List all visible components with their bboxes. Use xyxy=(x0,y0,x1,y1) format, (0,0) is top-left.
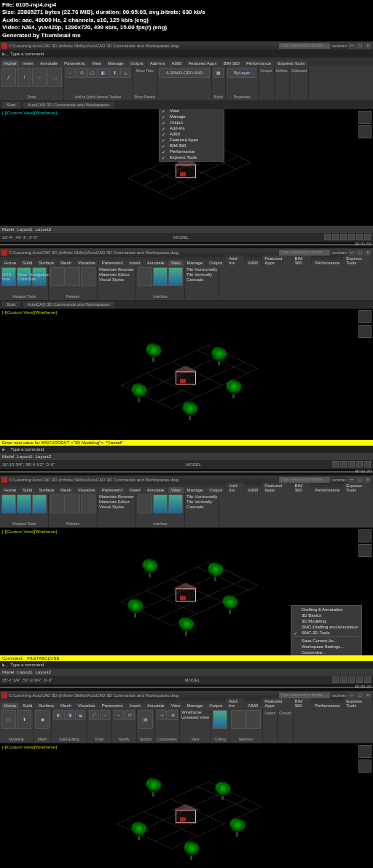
ribbon-tab-manage[interactable]: Manage xyxy=(105,60,127,66)
layout2-tab[interactable]: Layout2 xyxy=(36,227,51,232)
tile-v[interactable]: Tile Vertically xyxy=(186,272,212,277)
statmodel[interactable]: MODEL xyxy=(173,235,189,240)
menu-item-a360[interactable]: A360 xyxy=(160,131,224,137)
min-button[interactable]: ─ xyxy=(348,250,356,256)
mod-btn[interactable]: ↔ xyxy=(66,68,76,78)
layer-combo[interactable]: A-30MD-GROUND xyxy=(159,68,210,78)
ribbon-tab-home[interactable]: Home xyxy=(1,260,19,266)
ribbon-tab-output[interactable]: Output xyxy=(206,487,225,493)
min-button[interactable]: ─ xyxy=(348,693,356,698)
ribbon-tab-manage[interactable]: Manage xyxy=(184,487,206,493)
viewcube[interactable] xyxy=(358,745,372,758)
ribbon-tab-bim-360[interactable]: BIM 360 xyxy=(292,698,311,709)
viewport-label[interactable]: [-][Custom View][Wireframe] xyxy=(2,310,57,315)
vis-styles[interactable]: Visual Styles xyxy=(99,277,124,282)
model-tab[interactable]: Model xyxy=(2,670,14,674)
s1[interactable] xyxy=(332,461,339,467)
ribbon-tab-surface[interactable]: Surface xyxy=(36,703,57,709)
ssm-btn[interactable] xyxy=(81,494,95,513)
ribbon-tab-a360[interactable]: A360 xyxy=(245,487,261,493)
layout2-tab[interactable]: Layout2 xyxy=(36,670,51,674)
vis-styles[interactable]: Visual Styles xyxy=(99,505,124,509)
max-button[interactable]: □ xyxy=(356,43,364,49)
ribbon-tab-output[interactable]: Output xyxy=(206,260,225,266)
ribbon-tab-solid[interactable]: Solid xyxy=(20,487,35,493)
ribbon-tab-express-tools[interactable]: Express Tools xyxy=(343,256,372,266)
ribbon-tab-insert[interactable]: Insert xyxy=(127,487,144,493)
ribbon-tab-insert[interactable]: Insert xyxy=(127,703,144,709)
coord-btn[interactable]: ⊕ xyxy=(168,710,178,720)
s5[interactable] xyxy=(364,461,371,467)
mat-browser[interactable]: Materials Browser xyxy=(99,494,134,499)
cmd-input[interactable]: Type a command xyxy=(10,52,44,56)
max-button[interactable]: □ xyxy=(356,250,364,256)
search-input[interactable]: Type a keyword or phrase xyxy=(279,477,330,483)
sebtn[interactable]: ◒ xyxy=(75,710,85,720)
viewcube[interactable] xyxy=(358,111,372,124)
ribbon-tab-manage[interactable]: Manage xyxy=(184,703,206,709)
ribbon-tab-add-ins[interactable]: Add-Ins xyxy=(226,698,244,709)
ws-item-save-current-as-[interactable]: Save Current As... xyxy=(291,638,361,644)
viewcube[interactable] xyxy=(358,529,372,542)
tile-h[interactable]: Tile Horizontally xyxy=(186,267,217,272)
ribbon-tab-parametric[interactable]: Parametric xyxy=(61,60,88,66)
show-tabs[interactable]: Show Tabs xyxy=(134,68,155,73)
ribbon-tab-mesh[interactable]: Mesh xyxy=(58,703,74,709)
navbar[interactable] xyxy=(358,760,372,773)
ribbon-tab-home[interactable]: Home xyxy=(1,60,19,66)
tile-h[interactable]: Tile Horizontally xyxy=(186,494,217,499)
user-label[interactable]: iucshan xyxy=(331,693,347,698)
navbar[interactable] xyxy=(358,325,372,338)
mod-btn[interactable]: ◧ xyxy=(98,68,109,78)
ribbon-tab-featured-apps[interactable]: Featured Apps xyxy=(262,256,291,266)
ribbon-tab-express-tools[interactable]: Express Tools xyxy=(343,698,372,709)
section-btn[interactable]: ▤ xyxy=(138,710,153,729)
ribbon-tab-featured-apps[interactable]: Featured Apps xyxy=(185,60,219,66)
sebtn[interactable]: ◑ xyxy=(64,710,74,720)
ribbon-tab-surface[interactable]: Surface xyxy=(36,260,57,266)
box-btn[interactable]: ▢ xyxy=(1,710,16,729)
block-btn[interactable]: ▦ xyxy=(213,68,224,78)
layout1-tab[interactable]: Layout1 xyxy=(17,670,32,674)
viewcube-btn[interactable] xyxy=(17,494,31,513)
statmodel[interactable]: MODEL xyxy=(184,678,200,682)
menu-item-performance[interactable]: Performance xyxy=(160,149,224,154)
ribbon-tab-bim-360[interactable]: BIM 360 xyxy=(220,60,242,66)
tile-v[interactable]: Tile Vertically xyxy=(186,500,212,504)
tabs-context-menu[interactable]: HomeInsertAnnotateParametric3D ToolsVisu… xyxy=(159,109,224,162)
menu-item-output[interactable]: Output xyxy=(160,119,224,125)
bylayer[interactable]: ByLayer xyxy=(227,68,256,78)
user-label[interactable]: iucshan xyxy=(331,250,347,255)
wireframe-combo[interactable]: Wireframe xyxy=(181,710,209,714)
ribbon-tab-output[interactable]: Output xyxy=(206,703,225,709)
mod-btn[interactable]: △ xyxy=(120,68,130,78)
layout1-tab[interactable]: Layout1 xyxy=(17,454,32,459)
ribbon-tab-featured-apps[interactable]: Featured Apps xyxy=(262,483,291,493)
s1[interactable] xyxy=(324,234,331,240)
ribbon-tab-output[interactable]: Output xyxy=(127,60,146,66)
ucs-icon-btn[interactable]: UCS Icon xyxy=(1,267,16,286)
mod-btn[interactable]: ⬍ xyxy=(109,68,119,78)
mat-browser[interactable]: Materials Browser xyxy=(99,267,134,272)
ribbon-tab-featured-apps[interactable]: Featured Apps xyxy=(262,698,291,709)
ribbon-tab-surface[interactable]: Surface xyxy=(36,487,57,493)
s5[interactable] xyxy=(364,676,371,683)
ws-item-3d-basics[interactable]: 3D Basics xyxy=(291,612,361,618)
ribbon-tab-performance[interactable]: Performance xyxy=(312,260,342,266)
modbtn[interactable]: ↔ xyxy=(114,710,124,720)
ws-item-customize-[interactable]: Customize... xyxy=(291,650,361,655)
mod-btn[interactable]: ⊙ xyxy=(76,68,87,78)
ribbon-tab-a360[interactable]: A360 xyxy=(245,260,261,266)
close-button[interactable]: × xyxy=(364,43,372,49)
modbtn[interactable]: ⟳ xyxy=(125,710,135,720)
ws-item-3d-modeling[interactable]: 3D Modeling xyxy=(291,618,361,624)
ribbon-tab-home[interactable]: Home xyxy=(1,487,19,493)
filter-btn[interactable] xyxy=(231,710,246,729)
ribbon-tab-express-tools[interactable]: Express Tools xyxy=(275,60,307,66)
s3[interactable] xyxy=(348,676,355,683)
mat-editor[interactable]: Materials Editor xyxy=(99,500,130,504)
user-label[interactable]: iucshan xyxy=(331,478,347,482)
ribbon-tab-insert[interactable]: Insert xyxy=(20,60,36,66)
ws-item-drafting-annotation[interactable]: Drafting & Annotation xyxy=(291,607,361,612)
start-tab[interactable]: Start xyxy=(2,301,20,307)
